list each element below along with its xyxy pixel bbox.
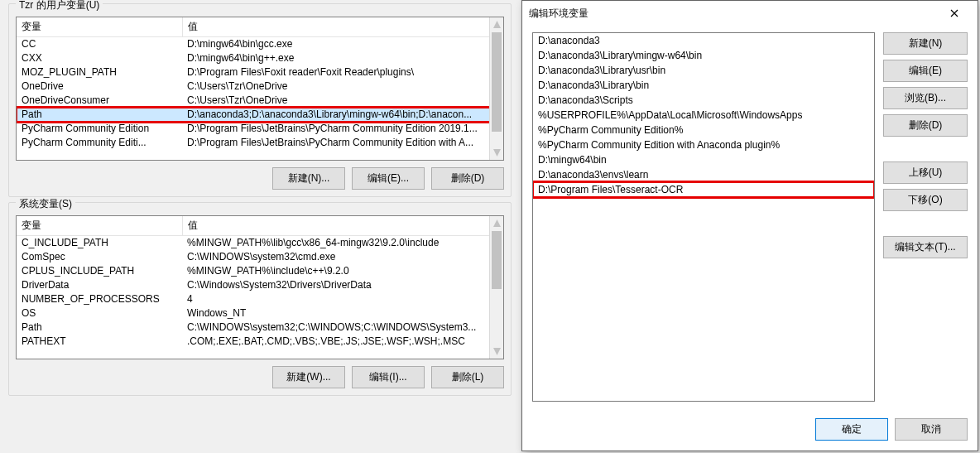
list-item[interactable]: D:\anaconda3\Scripts [533, 93, 874, 108]
env-vars-panel: Tzr 的用户变量(U) 变量 值 CCD:\mingw64\bin\gcc.e… [0, 0, 520, 453]
titlebar[interactable]: 编辑环境变量 [522, 1, 978, 26]
table-row[interactable]: OSWindows_NT [17, 306, 503, 320]
list-item[interactable]: D:\Program Files\Tesseract-OCR [533, 182, 874, 197]
table-row[interactable]: PATHEXT.COM;.EXE;.BAT;.CMD;.VBS;.VBE;.JS… [17, 335, 503, 349]
table-row[interactable]: NUMBER_OF_PROCESSORS4 [17, 292, 503, 306]
table-row[interactable]: DriverDataC:\Windows\System32\Drivers\Dr… [17, 278, 503, 292]
col-var[interactable]: 变量 [17, 216, 182, 236]
scrollbar[interactable] [489, 17, 503, 160]
table-row[interactable]: PathC:\WINDOWS\system32;C:\WINDOWS;C:\WI… [17, 320, 503, 335]
table-row[interactable]: MOZ_PLUGIN_PATHD:\Program Files\Foxit re… [17, 65, 503, 80]
table-row[interactable]: PathD:\anaconda3;D:\anaconda3\Library\mi… [17, 108, 503, 122]
list-item[interactable]: D:\anaconda3\Library\bin [533, 78, 874, 93]
list-item[interactable]: %PyCharm Community Edition% [533, 123, 874, 137]
list-item[interactable]: %USERPROFILE%\AppData\Local\Microsoft\Wi… [533, 108, 874, 123]
user-vars-group: Tzr 的用户变量(U) 变量 值 CCD:\mingw64\bin\gcc.e… [8, 3, 512, 197]
col-val[interactable]: 值 [182, 17, 503, 37]
edit-user-var-button[interactable]: 编辑(E)... [352, 167, 425, 190]
table-row[interactable]: C_INCLUDE_PATH%MINGW_PATH%\lib\gcc\x86_6… [17, 236, 503, 251]
list-item[interactable]: D:\anaconda3\Library\usr\bin [533, 63, 874, 78]
new-sys-var-button[interactable]: 新建(W)... [272, 366, 345, 388]
system-vars-table[interactable]: 变量 值 C_INCLUDE_PATH%MINGW_PATH%\lib\gcc\… [16, 215, 504, 359]
delete-sys-var-button[interactable]: 删除(L) [431, 366, 504, 388]
dialog-title: 编辑环境变量 [529, 7, 938, 21]
col-val[interactable]: 值 [182, 216, 503, 236]
edit-sys-var-button[interactable]: 编辑(I)... [352, 366, 425, 388]
new-entry-button[interactable]: 新建(N) [883, 32, 968, 55]
ok-button[interactable]: 确定 [815, 418, 888, 441]
browse-button[interactable]: 浏览(B)... [883, 87, 968, 109]
table-row[interactable]: CPLUS_INCLUDE_PATH%MINGW_PATH%\include\c… [17, 264, 503, 278]
move-down-button[interactable]: 下移(O) [883, 189, 968, 211]
system-vars-title: 系统变量(S) [16, 197, 75, 211]
scrollbar[interactable] [489, 216, 503, 359]
cancel-button[interactable]: 取消 [895, 418, 968, 441]
table-row[interactable]: OneDriveConsumerC:\Users\Tzr\OneDrive [17, 94, 503, 108]
col-var[interactable]: 变量 [17, 17, 182, 37]
path-list[interactable]: D:\anaconda3D:\anaconda3\Library\mingw-w… [532, 32, 875, 402]
edit-entry-button[interactable]: 编辑(E) [883, 60, 968, 82]
edit-env-var-dialog: 编辑环境变量 D:\anaconda3D:\anaconda3\Library\… [521, 0, 978, 451]
user-vars-table[interactable]: 变量 值 CCD:\mingw64\bin\gcc.exeCXXD:\mingw… [16, 17, 504, 161]
table-row[interactable]: PyCharm Community EditionD:\Program File… [17, 122, 503, 136]
close-icon[interactable] [938, 1, 971, 26]
table-row[interactable]: CCD:\mingw64\bin\gcc.exe [17, 37, 503, 52]
table-row[interactable]: OneDriveC:\Users\Tzr\OneDrive [17, 80, 503, 94]
table-row[interactable]: ComSpecC:\WINDOWS\system32\cmd.exe [17, 250, 503, 264]
table-row[interactable]: PyCharm Community Editi...D:\Program Fil… [17, 136, 503, 150]
list-item[interactable]: D:\anaconda3\Library\mingw-w64\bin [533, 48, 874, 63]
delete-entry-button[interactable]: 删除(D) [883, 114, 968, 137]
table-row[interactable]: CXXD:\mingw64\bin\g++.exe [17, 51, 503, 65]
list-item[interactable]: D:\mingw64\bin [533, 152, 874, 167]
system-vars-group: 系统变量(S) 变量 值 C_INCLUDE_PATH%MINGW_PATH%\… [8, 202, 512, 396]
list-item[interactable]: D:\anaconda3 [533, 33, 874, 48]
user-vars-title: Tzr 的用户变量(U) [16, 0, 103, 12]
list-item[interactable]: D:\anaconda3\envs\learn [533, 167, 874, 182]
move-up-button[interactable]: 上移(U) [883, 161, 968, 184]
new-user-var-button[interactable]: 新建(N)... [272, 167, 345, 190]
side-buttons: 新建(N) 编辑(E) 浏览(B)... 删除(D) 上移(U) 下移(O) 编… [883, 32, 968, 402]
edit-text-button[interactable]: 编辑文本(T)... [883, 236, 968, 258]
list-item[interactable]: %PyCharm Community Edition with Anaconda… [533, 137, 874, 152]
delete-user-var-button[interactable]: 删除(D) [431, 167, 504, 190]
